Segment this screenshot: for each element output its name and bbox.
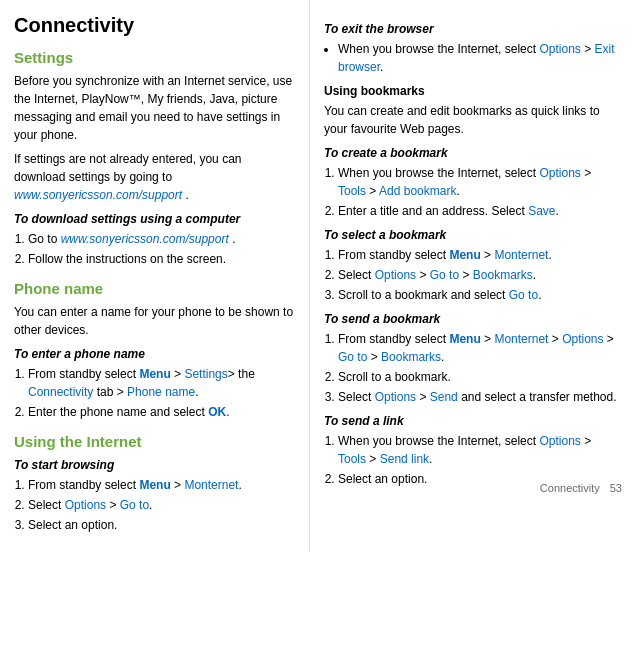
select-step3-pre: Scroll to a bookmark and select xyxy=(338,288,505,302)
ep-ok-link[interactable]: OK xyxy=(208,405,226,419)
ep-step1-pre: From standby select xyxy=(28,367,136,381)
enter-phone-steps: From standby select Menu > Settings> the… xyxy=(14,365,295,421)
select-bookmark-steps: From standby select Menu > Monternet. Se… xyxy=(324,246,622,304)
settings-para1: Before you synchronize with an Internet … xyxy=(14,72,295,144)
create-add-link[interactable]: Add bookmark xyxy=(379,184,456,198)
select-step1: From standby select Menu > Monternet. xyxy=(338,246,622,264)
sl-step1-end: . xyxy=(429,452,432,466)
ep-menu-link[interactable]: Menu xyxy=(139,367,170,381)
send-link-step1: When you browse the Internet, select Opt… xyxy=(338,432,622,468)
start-browsing-title: To start browsing xyxy=(14,458,295,472)
send-link-title: To send a link xyxy=(324,414,622,428)
exit-browser-title: To exit the browser xyxy=(324,22,622,36)
select-goto2-link[interactable]: Go to xyxy=(509,288,538,302)
select-goto-link[interactable]: Go to xyxy=(430,268,459,282)
download-step1-pre: Go to xyxy=(28,232,57,246)
settings-link[interactable]: www.sonyericsson.com/support xyxy=(14,188,182,202)
start-menu-link[interactable]: Menu xyxy=(139,478,170,492)
ep-end: . xyxy=(195,385,198,399)
start-monternet-link[interactable]: Monternet xyxy=(184,478,238,492)
send-step3-pre: Select xyxy=(338,390,371,404)
left-column: Connectivity Settings Before you synchro… xyxy=(0,0,310,552)
download-step1-end: . xyxy=(232,232,235,246)
enter-phone-title: To enter a phone name xyxy=(14,347,295,361)
download-steps: Go to www.sonyericsson.com/support . Fol… xyxy=(14,230,295,268)
start-step1-end: . xyxy=(238,478,241,492)
create-step2-pre: Enter a title and an address. Select xyxy=(338,204,525,218)
create-bookmark-steps: When you browse the Internet, select Opt… xyxy=(324,164,622,220)
ep-connectivity-link[interactable]: Connectivity xyxy=(28,385,93,399)
ep-step2-end: . xyxy=(226,405,229,419)
settings-para2: If settings are not already entered, you… xyxy=(14,150,295,204)
exit-browser-list: When you browse the Internet, select Opt… xyxy=(324,40,622,76)
download-step1: Go to www.sonyericsson.com/support . xyxy=(28,230,295,248)
ep-settings-link[interactable]: Settings xyxy=(184,367,227,381)
select-step2-pre: Select xyxy=(338,268,371,282)
create-bookmark-title: To create a bookmark xyxy=(324,146,622,160)
footer-right: 53 xyxy=(610,482,622,494)
phone-name-title: Phone name xyxy=(14,280,295,297)
download-title: To download settings using a computer xyxy=(14,212,295,226)
send-bookmark-steps: From standby select Menu > Monternet > O… xyxy=(324,330,622,406)
page-title: Connectivity xyxy=(14,14,295,37)
sl-options-link[interactable]: Options xyxy=(539,434,580,448)
exit-browser-item: When you browse the Internet, select Opt… xyxy=(338,40,622,76)
select-options-link[interactable]: Options xyxy=(375,268,416,282)
send-goto-link[interactable]: Go to xyxy=(338,350,367,364)
footer-left: Connectivity xyxy=(540,482,600,494)
start-step2-pre: Select xyxy=(28,498,61,512)
ep-mid2: > the xyxy=(228,367,255,381)
footer: Connectivity 53 xyxy=(540,482,622,494)
ep-mid3: tab > xyxy=(97,385,124,399)
send-step1-pre: From standby select xyxy=(338,332,446,346)
start-goto-link[interactable]: Go to xyxy=(120,498,149,512)
send-send-link[interactable]: Send xyxy=(430,390,458,404)
start-browsing-steps: From standby select Menu > Monternet. Se… xyxy=(14,476,295,534)
select-step2-end: . xyxy=(533,268,536,282)
using-internet-title: Using the Internet xyxy=(14,433,295,450)
send-menu-link[interactable]: Menu xyxy=(449,332,480,346)
send-options-link[interactable]: Options xyxy=(562,332,603,346)
select-step2: Select Options > Go to > Bookmarks. xyxy=(338,266,622,284)
using-bookmarks-title: Using bookmarks xyxy=(324,84,622,98)
create-step2: Enter a title and an address. Select Sav… xyxy=(338,202,622,220)
send-bookmarks-link[interactable]: Bookmarks xyxy=(381,350,441,364)
send-bookmark-title: To send a bookmark xyxy=(324,312,622,326)
select-step3: Scroll to a bookmark and select Go to. xyxy=(338,286,622,304)
right-column: To exit the browser When you browse the … xyxy=(310,0,636,506)
create-tools-link[interactable]: Tools xyxy=(338,184,366,198)
settings-p2-end: . xyxy=(185,188,188,202)
create-save-link[interactable]: Save xyxy=(528,204,555,218)
exit-options-link[interactable]: Options xyxy=(539,42,580,56)
start-step3: Select an option. xyxy=(28,516,295,534)
phone-name-para: You can enter a name for your phone to b… xyxy=(14,303,295,339)
send-link-steps: When you browse the Internet, select Opt… xyxy=(324,432,622,488)
send-step3: Select Options > Send and select a trans… xyxy=(338,388,622,406)
settings-section-title: Settings xyxy=(14,49,295,66)
send-step1: From standby select Menu > Monternet > O… xyxy=(338,330,622,366)
start-options-link[interactable]: Options xyxy=(65,498,106,512)
create-step1: When you browse the Internet, select Opt… xyxy=(338,164,622,200)
select-step1-end: . xyxy=(548,248,551,262)
download-step2: Follow the instructions on the screen. xyxy=(28,250,295,268)
ep-phone-link[interactable]: Phone name xyxy=(127,385,195,399)
download-link[interactable]: www.sonyericsson.com/support xyxy=(61,232,229,246)
send-step2: Scroll to a bookmark. xyxy=(338,368,622,386)
send-step1-end: . xyxy=(441,350,444,364)
select-step1-pre: From standby select xyxy=(338,248,446,262)
select-monternet-link[interactable]: Monternet xyxy=(494,248,548,262)
send-step3-post: and select a transfer method. xyxy=(461,390,616,404)
enter-phone-step1: From standby select Menu > Settings> the… xyxy=(28,365,295,401)
select-bookmarks-link[interactable]: Bookmarks xyxy=(473,268,533,282)
exit-pre: When you browse the Internet, select xyxy=(338,42,536,56)
ep-step2-pre: Enter the phone name and select xyxy=(28,405,205,419)
start-step1-pre: From standby select xyxy=(28,478,136,492)
select-menu-link[interactable]: Menu xyxy=(449,248,480,262)
sl-send-link[interactable]: Send link xyxy=(380,452,429,466)
create-options-link[interactable]: Options xyxy=(539,166,580,180)
select-bookmark-title: To select a bookmark xyxy=(324,228,622,242)
send-options2-link[interactable]: Options xyxy=(375,390,416,404)
sl-tools-link[interactable]: Tools xyxy=(338,452,366,466)
send-monternet-link[interactable]: Monternet xyxy=(494,332,548,346)
start-step2-end: . xyxy=(149,498,152,512)
